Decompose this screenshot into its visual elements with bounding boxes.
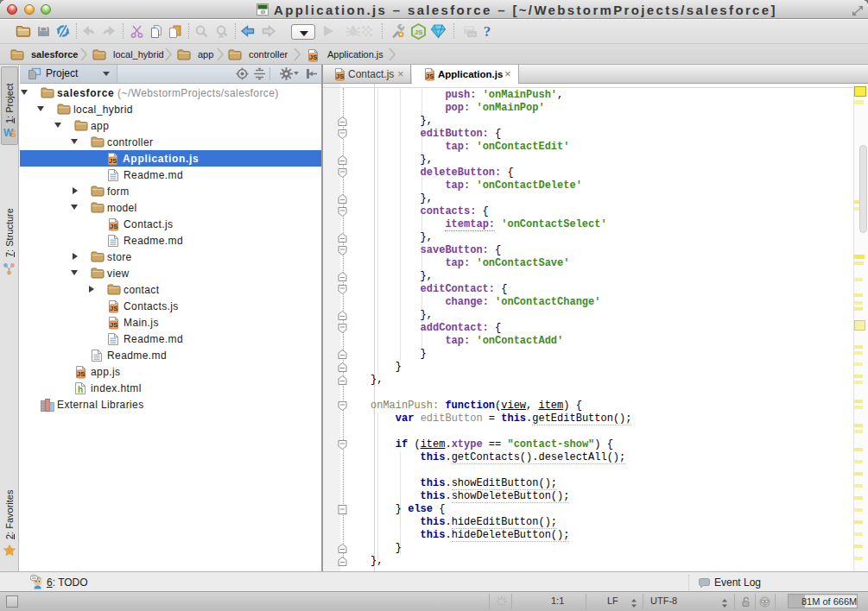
svg-text:JS: JS (426, 72, 434, 80)
svg-text:JS: JS (110, 223, 117, 230)
svg-text:h: h (78, 385, 83, 394)
svg-text:JS: JS (110, 305, 117, 312)
svg-text:S: S (10, 129, 16, 139)
svg-text:A: A (219, 31, 224, 39)
svg-text:JS: JS (110, 321, 117, 329)
svg-text:JS: JS (77, 370, 85, 378)
svg-text:?: ? (484, 23, 491, 39)
svg-text:JS: JS (336, 72, 344, 80)
svg-text:<>: <> (468, 31, 475, 37)
svg-text:JS: JS (309, 54, 317, 61)
svg-text:JS: JS (109, 157, 117, 165)
svg-text:JS: JS (414, 28, 422, 35)
